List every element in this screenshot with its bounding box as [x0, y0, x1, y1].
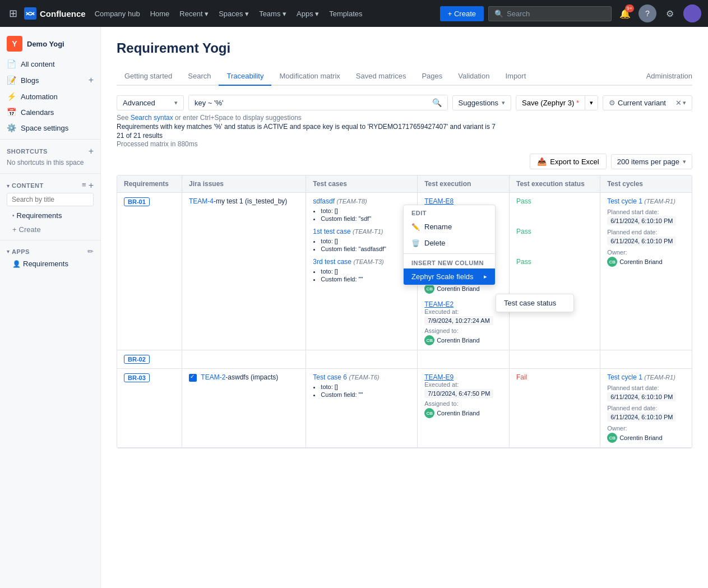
test-cases-cell-br01: sdfasdf (TEAM-T8) toto: []Custom field: … [306, 193, 418, 350]
sidebar-item-requirements[interactable]: • Requirements [0, 209, 100, 223]
nav-teams[interactable]: Teams ▾ [254, 6, 291, 21]
search-input-container: 🔍 [188, 95, 448, 110]
tab-saved-matrices[interactable]: Saved matrices [348, 67, 414, 86]
sidebar-header[interactable]: Y Demo Yogi [0, 31, 100, 56]
sidebar-search-input[interactable] [7, 193, 94, 206]
search-bar-row: Advanced ▾ 🔍 Suggestions ▾ Save (Zephyr … [117, 95, 692, 110]
context-menu-overlay: EDIT ✏️ Rename 🗑️ Delete INSERT NEW COLU… [403, 205, 574, 285]
export-icon: 📤 [537, 157, 547, 166]
apps-edit-icon[interactable]: ✏ [87, 247, 94, 256]
tc-link[interactable]: 3rd test case [313, 258, 351, 266]
tab-import[interactable]: Import [497, 67, 534, 86]
nav-company-hub[interactable]: Company hub [90, 6, 145, 21]
help-icon[interactable]: ? [638, 4, 656, 22]
exec-link-e2[interactable]: TEAM-E2 [424, 300, 454, 308]
search-syntax-link[interactable]: Search syntax [131, 114, 173, 122]
tab-getting-started[interactable]: Getting started [117, 67, 180, 86]
tab-modification-matrix[interactable]: Modification matrix [271, 67, 348, 86]
per-page-dropdown[interactable]: 200 items per page ▾ [611, 154, 692, 169]
sidebar-search-input-wrapper[interactable] [0, 192, 100, 209]
tab-pages[interactable]: Pages [414, 67, 450, 86]
edit-section-label: EDIT [404, 205, 495, 219]
shortcuts-label: SHORTCUTS [7, 148, 48, 155]
variant-dropdown[interactable]: ⚙ Current variant ✕ ▾ [603, 95, 692, 110]
sidebar-item-automation[interactable]: ⚡ Automation [0, 89, 100, 104]
rename-label: Rename [424, 223, 452, 231]
search-submit-icon[interactable]: 🔍 [432, 98, 442, 107]
tab-traceability[interactable]: Traceability [219, 67, 271, 86]
sidebar-item-blogs[interactable]: 📝 Blogs + [0, 72, 100, 89]
req-badge-br01[interactable]: BR-01 [124, 197, 150, 206]
requirements-label: Requirements [17, 211, 62, 220]
notification-badge: 9+ [625, 4, 634, 12]
sidebar-item-apps-requirements[interactable]: 👤 Requirements [0, 257, 100, 271]
search-type-dropdown[interactable]: Advanced ▾ [117, 95, 184, 110]
avatar-e2: CB [424, 335, 434, 345]
suggestions-dropdown[interactable]: Suggestions ▾ [452, 95, 512, 110]
processed-time: Processed matrix in 880ms [117, 140, 692, 148]
execution-cell-br03: TEAM-E9 Executed at: 7/10/2024, 6:47:50 … [418, 369, 510, 448]
nav-apps[interactable]: Apps ▾ [292, 6, 323, 21]
search-query-input[interactable] [195, 99, 429, 107]
col-test-execution-status: Test execution status [510, 175, 600, 193]
user-avatar[interactable] [683, 4, 701, 22]
save-dropdown-arrow[interactable]: ▾ [585, 96, 598, 110]
tc-link[interactable]: sdfasdf [313, 197, 335, 205]
search-placeholder: Search [507, 10, 530, 18]
export-to-excel-button[interactable]: 📤 Export to Excel [530, 154, 606, 169]
content-collapse[interactable]: ▾ CONTENT [7, 182, 44, 189]
notification-icon[interactable]: 🔔 9+ [616, 4, 634, 22]
nav-home[interactable]: Home [146, 6, 174, 21]
table-container: Requirements Jira issues Test cases Test… [117, 175, 692, 448]
save-button[interactable]: Save (Zephyr 3) * [516, 96, 585, 110]
apps-collapse[interactable]: ▾ APPS [7, 248, 30, 255]
delete-menu-item[interactable]: 🗑️ Delete [404, 235, 495, 251]
content-chevron-icon: ▾ [7, 183, 10, 189]
search-results-count: 21 of 21 results [117, 132, 692, 140]
jira-link-team4[interactable]: TEAM-4 [189, 197, 214, 205]
settings-icon[interactable]: ⚙ [661, 4, 679, 22]
per-page-label: 200 items per page [617, 158, 679, 166]
req-cell-br02: BR-02 [117, 350, 182, 369]
no-shortcuts: No shortcuts in this space [0, 158, 100, 170]
tab-validation[interactable]: Validation [450, 67, 497, 86]
variant-settings-icon: ⚙ [609, 99, 616, 107]
nav-recent[interactable]: Recent ▾ [175, 6, 213, 21]
tab-search[interactable]: Search [180, 67, 219, 86]
blogs-add-icon[interactable]: + [89, 75, 94, 85]
rename-menu-item[interactable]: ✏️ Rename [404, 219, 495, 235]
nav-spaces[interactable]: Spaces ▾ [214, 6, 253, 21]
variant-clear-icon[interactable]: ✕ [675, 99, 682, 107]
sidebar-item-space-settings[interactable]: ⚙️ Space settings [0, 120, 100, 136]
create-button[interactable]: + Create [440, 6, 484, 21]
test-case-status-item[interactable]: Test case status [496, 294, 573, 312]
jira-link-team2[interactable]: TEAM-2 [201, 373, 225, 381]
administration-link[interactable]: Administration [646, 67, 692, 85]
tc-link[interactable]: 1st test case [313, 228, 350, 235]
zephyr-fields-menu-item[interactable]: Zephyr Scale fields ▸ [404, 268, 495, 285]
content-filter-icon[interactable]: ≡ [82, 180, 86, 191]
cycle-link-r1-br03[interactable]: Test cycle 1 [607, 373, 642, 381]
cycle-link-r1[interactable]: Test cycle 1 [607, 197, 642, 205]
req-badge-br03[interactable]: BR-03 [124, 373, 150, 382]
content-add-icon[interactable]: + [89, 180, 94, 191]
confluence-logo[interactable]: Confluence [24, 7, 86, 20]
sidebar-item-calendars[interactable]: 📅 Calendars [0, 104, 100, 120]
sidebar-item-all-content[interactable]: 📄 All content [0, 56, 100, 72]
req-badge-br02[interactable]: BR-02 [124, 355, 150, 364]
search-box[interactable]: 🔍 Search [488, 6, 612, 21]
zephyr-fields-label: Zephyr Scale fields [411, 272, 474, 281]
grid-icon[interactable]: ⊞ [7, 5, 20, 22]
shortcuts-add-icon[interactable]: + [89, 146, 94, 156]
calendars-label: Calendars [21, 108, 54, 117]
tabs-bar: Getting started Search Traceability Modi… [117, 67, 692, 86]
exec-link-e8[interactable]: TEAM-E8 [424, 197, 454, 205]
submenu: Test case status [496, 294, 574, 312]
table-row: BR-03 ✓ TEAM-2-aswdfs (impacts) Test cas… [117, 369, 692, 448]
shortcuts-section: SHORTCUTS + [0, 143, 100, 158]
nav-templates[interactable]: Templates [325, 6, 367, 21]
tc-link-t6[interactable]: Test case 6 [313, 373, 347, 381]
apps-req-label: Requirements [23, 260, 68, 268]
sidebar-create-item[interactable]: + Create [0, 223, 100, 237]
exec-link-e9[interactable]: TEAM-E9 [424, 373, 454, 381]
